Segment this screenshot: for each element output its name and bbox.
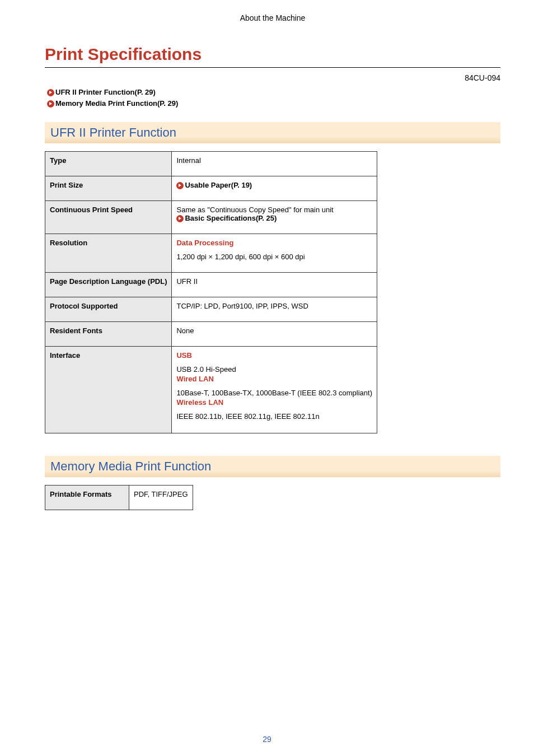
subheading: Wired LAN: [176, 375, 372, 383]
cell-value: None: [172, 322, 377, 347]
table-row: Continuous Print Speed Same as "Continuo…: [45, 201, 377, 234]
table-row: Resolution Data Processing 1,200 dpi × 1…: [45, 234, 377, 273]
section-heading-ufr: UFR II Printer Function: [45, 122, 500, 143]
cell-text: IEEE 802.11b, IEEE 802.11g, IEEE 802.11n: [176, 412, 372, 421]
cell-value: Same as "Continuous Copy Speed" for main…: [172, 201, 377, 234]
cell-label: Resident Fonts: [45, 322, 172, 347]
subheading: USB: [176, 351, 372, 360]
cross-ref-link[interactable]: Basic Specifications(P. 25): [176, 214, 277, 222]
table-row: Protocol Supported TCP/IP: LPD, Port9100…: [45, 297, 377, 322]
page-header: About the Machine: [45, 13, 500, 22]
cell-label: Type: [45, 152, 172, 176]
cell-label: Resolution: [45, 234, 172, 273]
ufr-spec-table: Type Internal Print Size Usable Paper(P.…: [45, 151, 377, 433]
cell-value: UFR II: [172, 273, 377, 297]
cell-text: Same as "Continuous Copy Speed" for main…: [176, 206, 372, 214]
internal-links-list: UFR II Printer Function(P. 29) Memory Me…: [47, 87, 500, 109]
table-row: Resident Fonts None: [45, 322, 377, 347]
link-memory-media[interactable]: Memory Media Print Function(P. 29): [47, 98, 500, 109]
cell-value: Usable Paper(P. 19): [172, 176, 377, 201]
subheading: Wireless LAN: [176, 398, 372, 407]
subheading: Data Processing: [176, 239, 372, 247]
play-bullet-icon: [176, 215, 184, 222]
cell-value: Data Processing 1,200 dpi × 1,200 dpi, 6…: [172, 234, 377, 273]
cell-value: USB USB 2.0 Hi-Speed Wired LAN 10Base-T,…: [172, 347, 377, 433]
table-row: Print Size Usable Paper(P. 19): [45, 176, 377, 201]
section-heading-memory-media: Memory Media Print Function: [45, 456, 500, 477]
cell-text: 10Base-T, 100Base-TX, 1000Base-T (IEEE 8…: [176, 389, 372, 397]
page-title: Print Specifications: [45, 45, 500, 68]
cell-label: Page Description Language (PDL): [45, 273, 172, 297]
cell-text: USB 2.0 Hi-Speed: [176, 365, 372, 374]
cell-text: 1,200 dpi × 1,200 dpi, 600 dpi × 600 dpi: [176, 253, 372, 261]
cross-ref-link[interactable]: Usable Paper(P. 19): [176, 181, 252, 189]
cell-value: TCP/IP: LPD, Port9100, IPP, IPPS, WSD: [172, 297, 377, 322]
table-row: Page Description Language (PDL) UFR II: [45, 273, 377, 297]
link-ufr-ii[interactable]: UFR II Printer Function(P. 29): [47, 87, 500, 98]
play-bullet-icon: [176, 182, 184, 189]
link-text: Basic Specifications(P. 25): [185, 214, 277, 222]
table-row: Interface USB USB 2.0 Hi-Speed Wired LAN…: [45, 347, 377, 433]
cell-label: Printable Formats: [45, 486, 129, 510]
cell-value: Internal: [172, 152, 377, 176]
link-text: Memory Media Print Function(P. 29): [55, 99, 178, 108]
play-bullet-icon: [47, 89, 54, 96]
cell-label: Protocol Supported: [45, 297, 172, 322]
memory-media-table: Printable Formats PDF, TIFF/JPEG: [45, 485, 193, 510]
play-bullet-icon: [47, 100, 54, 108]
link-text: Usable Paper(P. 19): [185, 181, 252, 189]
cell-label: Print Size: [45, 176, 172, 201]
cell-value: PDF, TIFF/JPEG: [129, 486, 193, 510]
document-code: 84CU-094: [45, 73, 500, 82]
table-row: Printable Formats PDF, TIFF/JPEG: [45, 486, 193, 510]
table-row: Type Internal: [45, 152, 377, 176]
cell-label: Continuous Print Speed: [45, 201, 172, 234]
cell-label: Interface: [45, 347, 172, 433]
page-number: 29: [0, 735, 534, 744]
link-text: UFR II Printer Function(P. 29): [55, 88, 156, 96]
